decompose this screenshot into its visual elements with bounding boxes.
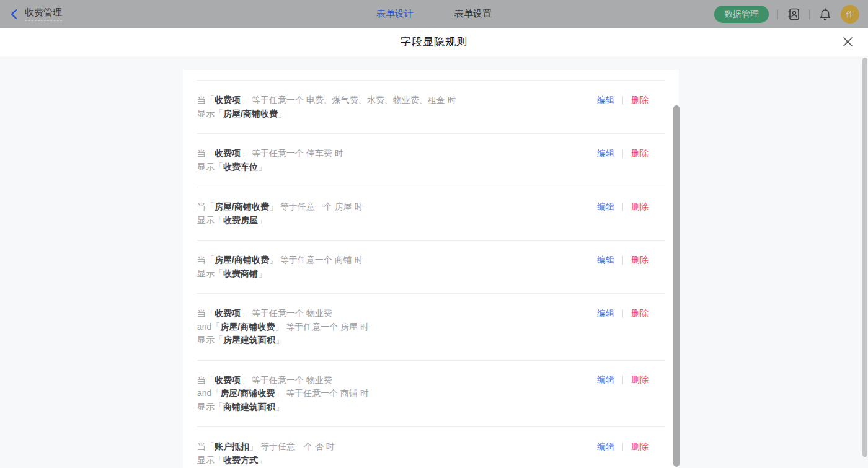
- rule-row: 当「收费项」 等于任意一个 停车费 时显示「收费车位」编辑删除: [197, 134, 665, 187]
- actions-divider: [622, 149, 623, 158]
- actions-divider: [622, 443, 623, 451]
- bracket-open: 「: [215, 268, 223, 278]
- delete-button[interactable]: 删除: [631, 254, 649, 267]
- rule-actions: 编辑删除: [597, 147, 649, 160]
- rules-list: 当「收费项」 等于任意一个 电费、煤气费、水费、物业费、租金 时显示「房屋/商铺…: [197, 81, 665, 468]
- rule-row: 当「账户抵扣」 等于任意一个 否 时显示「收费方式」编辑删除: [197, 427, 665, 468]
- edit-button[interactable]: 编辑: [597, 94, 614, 107]
- edit-button[interactable]: 编辑: [597, 200, 614, 214]
- condition-expression: 等于任意一个 房屋 时: [278, 201, 363, 211]
- rule-result: 显示「收费车位」: [197, 161, 665, 174]
- actions-divider: [622, 256, 623, 265]
- bell-icon[interactable]: [818, 7, 832, 21]
- result-field: 收费方式: [223, 455, 258, 465]
- edit-button[interactable]: 编辑: [597, 373, 614, 387]
- condition-prefix: 当: [197, 255, 206, 265]
- condition-field: 收费项: [215, 375, 241, 385]
- rule-condition: and「房屋/商铺收费」 等于任意一个 商铺 时: [197, 387, 665, 400]
- condition-prefix: 当: [197, 375, 206, 385]
- rule-condition: 当「房屋/商铺收费」 等于任意一个 房屋 时: [197, 200, 665, 214]
- condition-expression: 等于任意一个 商铺 时: [283, 388, 369, 398]
- result-field: 收费车位: [223, 162, 258, 172]
- condition-field: 房屋/商铺收费: [220, 322, 275, 332]
- bracket-close: 」: [241, 95, 249, 105]
- condition-field: 房屋/商铺收费: [215, 201, 269, 211]
- rule-actions: 编辑删除: [597, 94, 649, 107]
- bracket-open: 「: [215, 162, 223, 172]
- bracket-close: 」: [258, 215, 267, 225]
- bracket-close: 」: [275, 388, 283, 398]
- result-prefix: 显示: [197, 455, 215, 465]
- rule-condition: 当「收费项」 等于任意一个 物业费: [197, 307, 665, 320]
- result-field: 房屋/商铺收费: [223, 108, 278, 118]
- rule-condition: 当「房屋/商铺收费」 等于任意一个 商铺 时: [197, 254, 665, 267]
- result-prefix: 显示: [197, 215, 215, 225]
- condition-field: 收费项: [215, 95, 241, 105]
- bracket-close: 」: [275, 322, 283, 332]
- data-manage-button[interactable]: 数据管理: [714, 6, 769, 23]
- bracket-open: 「: [206, 255, 215, 265]
- bracket-open: 「: [211, 322, 220, 332]
- result-field: 收费商铺: [223, 268, 258, 278]
- modal-title: 字段显隐规则: [401, 35, 467, 49]
- bracket-close: 」: [258, 268, 267, 278]
- rule-actions: 编辑删除: [597, 307, 649, 320]
- delete-button[interactable]: 删除: [631, 440, 649, 454]
- condition-prefix: 当: [197, 148, 206, 158]
- modal-header: 字段显隐规则: [0, 28, 868, 56]
- rule-row: 当「收费项」 等于任意一个 物业费and「房屋/商铺收费」 等于任意一个 商铺 …: [197, 361, 665, 428]
- tab-form-settings[interactable]: 表单设置: [454, 8, 492, 20]
- rule-result: 显示「收费房屋」: [197, 214, 665, 227]
- edit-button[interactable]: 编辑: [597, 254, 614, 267]
- delete-button[interactable]: 删除: [631, 373, 649, 387]
- close-icon[interactable]: [843, 37, 853, 47]
- delete-button[interactable]: 删除: [631, 94, 649, 107]
- rule-result: 显示「房屋建筑面积」: [197, 333, 665, 347]
- condition-field: 房屋/商铺收费: [220, 388, 275, 398]
- condition-field: 收费项: [215, 148, 241, 158]
- edit-button[interactable]: 编辑: [597, 147, 614, 161]
- bracket-open: 「: [206, 95, 215, 105]
- bracket-open: 「: [215, 215, 223, 225]
- result-prefix: 显示: [197, 335, 215, 345]
- bracket-open: 「: [215, 108, 223, 118]
- bracket-close: 」: [275, 335, 284, 345]
- rule-condition: 当「收费项」 等于任意一个 物业费: [197, 374, 665, 387]
- bracket-open: 「: [206, 308, 215, 318]
- rule-result: 显示「商铺建筑面积」: [197, 400, 665, 414]
- contacts-icon[interactable]: [787, 7, 800, 21]
- rule-row: 当「房屋/商铺收费」 等于任意一个 商铺 时显示「收费商铺」编辑删除: [197, 241, 665, 294]
- actions-divider: [622, 376, 623, 384]
- rule-condition: 当「收费项」 等于任意一个 停车费 时: [197, 147, 665, 161]
- condition-expression: 等于任意一个 房屋 时: [283, 322, 369, 332]
- result-prefix: 显示: [197, 402, 215, 412]
- edit-button[interactable]: 编辑: [597, 440, 614, 454]
- condition-field: 收费项: [215, 308, 241, 318]
- delete-button[interactable]: 删除: [631, 147, 649, 161]
- condition-expression: 等于任意一个 停车费 时: [249, 148, 343, 158]
- bracket-close: 」: [269, 255, 278, 265]
- delete-button[interactable]: 删除: [631, 200, 649, 214]
- condition-expression: 等于任意一个 否 时: [258, 441, 335, 451]
- topbar-divider: [809, 9, 810, 19]
- topbar: 收费管理 表单设计 表单设置 数据管理 作: [0, 0, 868, 28]
- bracket-open: 「: [211, 388, 220, 398]
- delete-button[interactable]: 删除: [631, 307, 649, 320]
- result-field: 商铺建筑面积: [223, 402, 275, 412]
- page-scrollbar[interactable]: [862, 58, 867, 457]
- tab-form-design[interactable]: 表单设计: [376, 8, 414, 20]
- condition-expression: 等于任意一个 电费、煤气费、水费、物业费、租金 时: [249, 95, 456, 105]
- topbar-divider: [777, 9, 778, 19]
- rule-result: 显示「收费商铺」: [197, 267, 665, 281]
- panel-scrollbar[interactable]: [673, 105, 680, 467]
- result-prefix: 显示: [197, 268, 215, 278]
- rule-actions: 编辑删除: [597, 440, 649, 453]
- bracket-close: 」: [275, 402, 284, 412]
- rule-row: 当「收费项」 等于任意一个 物业费and「房屋/商铺收费」 等于任意一个 房屋 …: [197, 294, 665, 361]
- bracket-close: 」: [241, 148, 249, 158]
- bracket-open: 「: [206, 148, 215, 158]
- edit-button[interactable]: 编辑: [597, 307, 614, 320]
- condition-expression: 等于任意一个 商铺 时: [278, 255, 363, 265]
- avatar[interactable]: 作: [841, 5, 859, 24]
- rule-actions: 编辑删除: [597, 200, 649, 213]
